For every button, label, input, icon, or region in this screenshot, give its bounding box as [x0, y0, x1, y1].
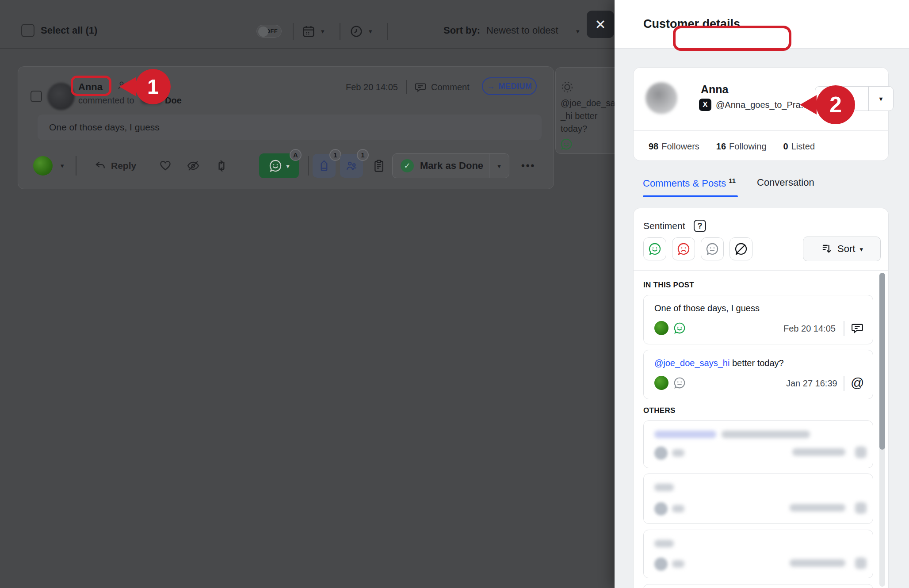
- toggle-knob: [258, 27, 268, 37]
- chevron-down-icon: ▾: [859, 246, 863, 252]
- no-sentiment-icon: [734, 242, 748, 256]
- divider: [340, 23, 340, 40]
- tab-conversation[interactable]: Conversation: [757, 177, 814, 188]
- select-all-label: Select all (1): [41, 24, 97, 37]
- peek-line: today?: [561, 122, 615, 135]
- chevron-down-icon[interactable]: ▾: [576, 28, 580, 34]
- redacted-timestamp: [792, 448, 845, 456]
- mark-as-done-button[interactable]: ✓ Mark as Done ▾: [392, 153, 509, 178]
- item-text-rest: better today?: [729, 358, 783, 368]
- sort-by-label: Sort by:: [443, 24, 480, 37]
- redacted-timestamp: [790, 559, 845, 567]
- chevron-down-icon[interactable]: ▾: [369, 28, 372, 34]
- avatar[interactable]: [645, 82, 677, 114]
- redacted-list-item[interactable]: [643, 473, 873, 524]
- redacted-icon: [672, 560, 684, 568]
- priority-badge[interactable]: → MEDIUM: [482, 77, 537, 95]
- divider: [293, 23, 294, 40]
- clipboard-icon: [372, 159, 386, 173]
- help-icon[interactable]: ?: [694, 220, 706, 232]
- tab-count: 11: [729, 177, 736, 184]
- more-actions-button[interactable]: •••: [521, 160, 535, 172]
- listed-stat: 0Listed: [783, 141, 815, 152]
- dimmed-feed-region: Select all (1) OFF ▾: [0, 0, 615, 588]
- time-filter-button[interactable]: [349, 24, 363, 38]
- repost-icon: [214, 159, 229, 173]
- following-label: Following: [729, 141, 766, 151]
- chevron-down-icon[interactable]: ▾: [489, 163, 509, 169]
- divider: [634, 270, 889, 271]
- mention-link[interactable]: @joe_doe_says_hi: [654, 358, 729, 368]
- customer-name[interactable]: Anna: [701, 83, 729, 96]
- select-all-checkbox[interactable]: [21, 24, 34, 37]
- clock-icon: [349, 24, 363, 38]
- app-root: Select all (1) OFF ▾: [0, 0, 909, 588]
- calendar-filter-button[interactable]: [302, 24, 316, 38]
- channel-label: Comment: [431, 81, 470, 93]
- divider: [406, 80, 407, 94]
- chevron-down-icon[interactable]: ▾: [61, 162, 64, 169]
- tab-comments-posts[interactable]: Comments & Posts11: [643, 177, 736, 189]
- filter-neutral-button[interactable]: [701, 237, 724, 260]
- divider: [844, 376, 844, 391]
- sort-button[interactable]: Sort ▾: [803, 237, 881, 261]
- check-circle-icon: ✓: [401, 159, 414, 172]
- neutral-sentiment-icon: [705, 242, 719, 256]
- redacted-text: [654, 540, 674, 547]
- feed-toolbar: Select all (1) OFF ▾: [0, 0, 615, 49]
- post-body-text: One of those days, I guess: [49, 122, 160, 133]
- divider: [844, 321, 844, 336]
- reply-label[interactable]: Reply: [111, 160, 136, 172]
- repost-button[interactable]: [214, 159, 229, 173]
- filter-positive-button[interactable]: [643, 237, 666, 260]
- divider: [387, 23, 388, 40]
- sun-icon: [560, 80, 574, 94]
- positive-sentiment-icon: [560, 137, 573, 151]
- priority-label: MEDIUM: [498, 82, 532, 91]
- sort-by-value[interactable]: Newest to oldest: [486, 24, 558, 37]
- customer-handle[interactable]: @Anna_goes_to_Pra…: [716, 99, 810, 111]
- calendar-icon: [302, 24, 316, 38]
- redacted-link: [654, 431, 716, 438]
- auto-refresh-toggle[interactable]: OFF: [256, 25, 282, 38]
- like-button[interactable]: [159, 159, 172, 172]
- positive-sentiment-icon: [648, 242, 662, 256]
- list-item[interactable]: One of those days, I guess Feb 20 14:05: [643, 295, 873, 344]
- tab-label: Conversation: [757, 177, 814, 188]
- filter-negative-button[interactable]: [672, 237, 695, 260]
- followers-stat: 98Followers: [649, 141, 699, 152]
- heart-icon: [159, 159, 172, 172]
- smiley-bubble-icon: [268, 159, 283, 173]
- reply-button[interactable]: [94, 160, 107, 172]
- redacted-list-item[interactable]: [643, 530, 873, 578]
- tag-icon: [317, 159, 331, 172]
- positive-sentiment-icon: [673, 321, 686, 335]
- chevron-down-icon[interactable]: ▾: [321, 28, 325, 34]
- post-body-box: One of those days, I guess: [38, 115, 542, 140]
- tab-label: Comments & Posts: [643, 178, 726, 189]
- filter-no-sentiment-button[interactable]: [729, 237, 752, 260]
- divider: [634, 130, 889, 131]
- scrollbar-thumb[interactable]: [879, 273, 885, 450]
- redacted-text: [722, 431, 810, 438]
- redacted-icon: [672, 449, 684, 457]
- redacted-list-item[interactable]: [643, 420, 873, 468]
- comment-icon: [414, 81, 427, 93]
- divider: [308, 156, 309, 176]
- reply-as-avatar[interactable]: [33, 156, 53, 176]
- notes-button[interactable]: [372, 159, 386, 173]
- chevron-down-icon[interactable]: ▾: [868, 87, 893, 111]
- following-value: 16: [716, 141, 726, 151]
- auto-sentiment-badge: A: [290, 149, 302, 161]
- hide-button[interactable]: [186, 159, 200, 173]
- close-panel-button[interactable]: ✕: [587, 11, 614, 38]
- peek-post-text: @joe_doe_sa _hi better today?: [561, 97, 615, 135]
- peek-line: _hi better: [561, 110, 615, 122]
- sentiment-label: Sentiment: [643, 220, 685, 232]
- customer-details-panel: Customer details Anna X @Anna_goes_to_Pr…: [615, 0, 909, 588]
- avatar: [654, 321, 668, 335]
- redacted-list-item[interactable]: [643, 584, 873, 588]
- post-checkbox[interactable]: [31, 91, 42, 102]
- list-item[interactable]: @joe_doe_says_hi better today? Jan 27 16…: [643, 350, 873, 399]
- comment-icon: [851, 321, 864, 335]
